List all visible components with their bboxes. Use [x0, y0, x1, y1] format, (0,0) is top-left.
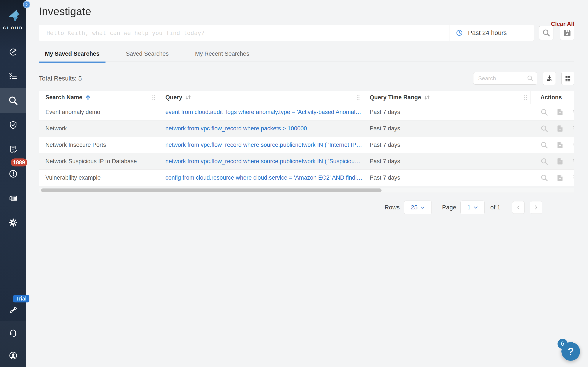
sidebar-item-api-keys[interactable]: Trial [0, 298, 26, 321]
row-copy-button[interactable] [557, 125, 563, 132]
file-plus-icon [557, 175, 563, 181]
help-button[interactable]: ? 6 [562, 342, 580, 361]
search-name-cell: Vulnerability example [39, 170, 159, 186]
row-delete-button[interactable] [572, 142, 574, 148]
cloud-logo-icon [6, 9, 20, 23]
query-link[interactable]: network from vpc.flow_record where sourc… [165, 158, 363, 165]
sidebar-item-dashboard[interactable] [0, 40, 26, 64]
page-select[interactable]: 1 [460, 200, 485, 214]
saved-searches-table: Search Name Query Query Time Range Actio… [39, 91, 574, 186]
search-icon [9, 96, 18, 105]
query-link[interactable]: network from vpc.flow_record where packe… [165, 125, 307, 132]
row-delete-button[interactable] [572, 158, 574, 165]
column-drag-handle-icon[interactable] [357, 95, 360, 100]
help-notification-badge: 6 [558, 339, 568, 349]
query-cell: event from cloud.audit_logs where anomal… [159, 104, 363, 120]
investigate-screen: CLOUD [0, 0, 588, 367]
search-icon [541, 142, 548, 149]
table-row: Network Suspicious IP to Database networ… [39, 153, 574, 169]
chevron-down-icon [474, 206, 478, 209]
chevron-right-icon [534, 205, 538, 210]
row-search-button[interactable] [541, 108, 548, 116]
search-icon [541, 158, 548, 165]
file-plus-icon [557, 142, 563, 148]
search-name-cell: Network [39, 120, 159, 137]
table-search-input[interactable] [478, 75, 527, 82]
sidebar-item-investigate[interactable] [0, 88, 26, 113]
column-header-search-name[interactable]: Search Name [39, 91, 159, 104]
trash-icon [572, 109, 574, 116]
row-copy-button[interactable] [557, 142, 563, 148]
row-search-button[interactable] [541, 174, 548, 182]
sidebar-item-tasks[interactable] [0, 64, 26, 88]
file-plus-icon [557, 125, 563, 132]
run-search-button[interactable] [539, 26, 553, 40]
query-cell: network from vpc.flow_record where sourc… [159, 153, 363, 169]
sidebar-item-containers[interactable] [0, 186, 26, 210]
logo-text: CLOUD [3, 26, 23, 30]
row-delete-button[interactable] [572, 109, 574, 116]
sidebar-bottom: Trial [0, 298, 26, 367]
tab-my-saved-searches[interactable]: My Saved Searches [39, 50, 105, 61]
sidebar-expand-button[interactable] [23, 1, 30, 8]
query-link[interactable]: config from cloud.resource where cloud.s… [165, 175, 363, 181]
chevron-down-icon [420, 206, 425, 209]
query-cell: network from vpc.flow_record where packe… [159, 120, 363, 137]
page-title: Investigate [39, 5, 574, 18]
row-delete-button[interactable] [572, 125, 574, 132]
sidebar-item-policies[interactable] [0, 137, 26, 161]
time-range-select[interactable]: Past 24 hours [449, 25, 534, 41]
column-header-query[interactable]: Query [159, 91, 363, 104]
sidebar-item-support[interactable] [0, 321, 26, 344]
chevron-left-icon [517, 205, 520, 210]
gauge-icon [9, 47, 18, 56]
chevron-right-icon [25, 3, 28, 6]
sidebar-item-settings[interactable] [0, 210, 26, 235]
search-icon [541, 108, 548, 116]
next-page-button[interactable] [530, 201, 542, 214]
sidebar-item-compliance[interactable] [0, 113, 26, 137]
trial-badge: Trial [13, 295, 29, 302]
columns-button[interactable] [562, 72, 574, 85]
search-name-cell: Event anomaly demo [39, 104, 159, 120]
row-delete-button[interactable] [572, 175, 574, 181]
column-header-query-time-range[interactable]: Query Time Range [363, 91, 531, 104]
clock-icon [456, 29, 463, 37]
row-search-button[interactable] [541, 158, 548, 165]
sidebar: CLOUD [0, 0, 26, 367]
row-copy-button[interactable] [557, 175, 563, 181]
clear-all-link[interactable]: Clear All [551, 21, 574, 27]
query-link[interactable]: event from cloud.audit_logs where anomal… [165, 109, 363, 116]
time-range-value: Past 24 hours [468, 29, 507, 36]
tab-saved-searches[interactable]: Saved Searches [120, 50, 175, 61]
time-range-cell: Past 7 days [363, 137, 531, 153]
tab-my-recent-searches[interactable]: My Recent Searches [189, 50, 255, 61]
time-range-cell: Past 7 days [363, 104, 531, 120]
previous-page-button[interactable] [512, 201, 525, 214]
column-drag-handle-icon[interactable] [152, 95, 155, 100]
search-icon [541, 174, 548, 182]
sidebar-item-alerts[interactable]: 1889 [0, 161, 26, 186]
user-icon [9, 351, 18, 360]
sidebar-item-account[interactable] [0, 344, 26, 367]
rows-per-page-select[interactable]: 25 [404, 200, 432, 214]
save-search-button[interactable] [560, 26, 574, 40]
row-copy-button[interactable] [557, 109, 563, 116]
horizontal-scrollbar-thumb[interactable] [41, 188, 381, 192]
help-question-icon: ? [567, 346, 574, 358]
export-button[interactable] [543, 72, 556, 85]
table-row: Network Insecure Ports network from vpc.… [39, 137, 574, 153]
query-input[interactable] [39, 25, 449, 41]
pagination: Rows 25 Page 1 of 1 [39, 200, 574, 214]
app-logo[interactable]: CLOUD [0, 0, 26, 30]
search-name-cell: Network Suspicious IP to Database [39, 153, 159, 169]
file-plus-icon [557, 109, 563, 116]
row-search-button[interactable] [541, 125, 548, 132]
row-copy-button[interactable] [557, 158, 563, 165]
column-drag-handle-icon[interactable] [524, 95, 527, 100]
policy-edit-icon [9, 145, 18, 154]
query-link[interactable]: network from vpc.flow_record where sourc… [165, 142, 363, 148]
checklist-icon [9, 72, 18, 81]
row-search-button[interactable] [541, 142, 548, 149]
horizontal-scrollbar[interactable] [39, 188, 574, 193]
